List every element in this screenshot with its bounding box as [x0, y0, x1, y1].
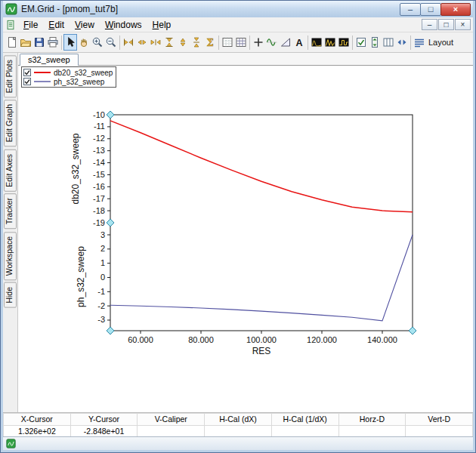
- x-full-icon: [122, 36, 134, 48]
- svg-text:-18: -18: [93, 206, 105, 215]
- sigma-icon: Σ: [204, 36, 216, 48]
- svg-text:140.000: 140.000: [367, 335, 397, 344]
- fft-window-peaks-button[interactable]: [323, 34, 337, 51]
- zoom-out-icon: [105, 36, 117, 48]
- layout-button[interactable]: [413, 34, 426, 51]
- y-axis-compress-button[interactable]: [190, 34, 203, 51]
- main-area: Edit PlotsEdit GraphEdit AxesTrackerWork…: [3, 53, 473, 412]
- legend-label: ph_s32_sweep: [54, 78, 104, 86]
- toolbar: ΣA Layout: [3, 32, 473, 53]
- window-title: EM.Grid - [pmom_tut7b]: [21, 4, 118, 14]
- new-page-icon: [6, 36, 18, 48]
- layout-label: Layout: [428, 38, 453, 47]
- maximize-button[interactable]: □: [420, 3, 441, 16]
- x-axis-full-scale-button[interactable]: [122, 34, 135, 51]
- add-marker-button[interactable]: [252, 34, 265, 51]
- slope-measure-button[interactable]: [279, 34, 292, 51]
- checkbox-icon: [355, 36, 367, 48]
- toolbar-separator: [308, 35, 308, 50]
- x-expand-icon: [136, 36, 148, 48]
- save-file-button[interactable]: [32, 34, 46, 51]
- menu-item-windows[interactable]: Windows: [100, 19, 147, 31]
- x-axis-expand-button[interactable]: [135, 34, 149, 51]
- svg-text:-12: -12: [93, 134, 105, 143]
- y-axis-full-scale-button[interactable]: [162, 34, 176, 51]
- legend: db20_s32_sweepph_s32_sweep: [21, 66, 116, 88]
- sidebar-tab-edit-plots[interactable]: Edit Plots: [4, 55, 17, 97]
- legend-entry: db20_s32_sweep: [23, 68, 113, 77]
- menu-item-edit[interactable]: Edit: [43, 19, 70, 31]
- menu-item-file[interactable]: File: [18, 19, 43, 31]
- sidebar-tab-tracker[interactable]: Tracker: [4, 193, 17, 229]
- cursor-col-header: V-Caliper: [138, 414, 205, 426]
- zoom-in-button[interactable]: [91, 34, 104, 51]
- toolbar-separator: [119, 35, 120, 50]
- toolbar-separator: [61, 35, 62, 50]
- grid-dotted-button[interactable]: [221, 34, 234, 51]
- column-layout-button[interactable]: [382, 34, 395, 51]
- legend-entry: ph_s32_sweep: [23, 77, 113, 86]
- svg-text:3: 3: [100, 230, 105, 239]
- svg-text:80.000: 80.000: [188, 335, 214, 344]
- toggle-tracker-button[interactable]: [354, 34, 368, 51]
- tab-s32-sweep[interactable]: s32_sweep: [20, 54, 79, 66]
- legend-label: db20_s32_sweep: [54, 69, 113, 77]
- grid-lines-icon: [235, 36, 247, 48]
- mdi-minimize-button[interactable]: –: [422, 19, 437, 30]
- menu-item-help[interactable]: Help: [147, 19, 177, 31]
- cursor-col-header: H-Cal (dX): [205, 414, 272, 426]
- fft-window-curve-button[interactable]: [310, 34, 323, 51]
- cursor-readout: X-CursorY-CursorV-CaliperH-Cal (dX)H-Cal…: [3, 412, 473, 436]
- svg-text:1: 1: [100, 258, 105, 267]
- menu-item-view[interactable]: View: [70, 19, 100, 31]
- pan-button[interactable]: [77, 34, 91, 51]
- sidebar-tab-edit-graph[interactable]: Edit Graph: [4, 100, 17, 146]
- y-axis-label-bottom: ph_s32_sweep: [76, 246, 86, 307]
- svg-text:0: 0: [100, 273, 105, 282]
- cursor-col-header: Horz-D: [338, 414, 406, 426]
- hand-icon: [78, 36, 90, 48]
- cursor-col-header: X-Cursor: [4, 414, 71, 426]
- new-document-button[interactable]: [5, 34, 19, 51]
- titlebar: EM.Grid - [pmom_tut7b] –□×: [3, 1, 473, 17]
- svg-text:120.000: 120.000: [307, 335, 337, 344]
- cursor-col-header: Vert-D: [406, 414, 473, 426]
- content: s32_sweep db20_s32_sweepph_s32_sweep -10…: [18, 53, 473, 412]
- waveform-button[interactable]: [265, 34, 279, 51]
- chart-canvas[interactable]: -10-11-12-13-14-15-16-17-18-193210-1-2-3…: [18, 66, 473, 412]
- grid-solid-button[interactable]: [234, 34, 248, 51]
- fft-window-steps-button[interactable]: [337, 34, 351, 51]
- horizontal-fit-button[interactable]: [395, 34, 409, 51]
- blue-arrows-icon: [396, 36, 408, 48]
- autoscale-button[interactable]: Σ: [203, 34, 217, 51]
- cursor-col-header: H-Cal (1/dX): [271, 414, 338, 426]
- sidebar-tab-edit-axes[interactable]: Edit Axes: [4, 149, 17, 192]
- y-axis-expand-button[interactable]: [176, 34, 190, 51]
- menubar: FileEditViewWindowsHelp –□×: [3, 17, 473, 32]
- cursor-col-header: Y-Cursor: [70, 414, 138, 426]
- open-file-button[interactable]: [19, 34, 32, 51]
- mdi-restore-button[interactable]: □: [438, 19, 454, 30]
- open-folder-icon: [20, 36, 32, 48]
- legend-checkbox[interactable]: [23, 78, 31, 85]
- vertical-stepper-button[interactable]: [368, 34, 382, 51]
- toolbar-separator: [218, 35, 219, 50]
- zoom-out-button[interactable]: [104, 34, 118, 51]
- sidebar-tab-hide[interactable]: Hide: [4, 282, 17, 308]
- app-window: EM.Grid - [pmom_tut7b] –□× FileEditViewW…: [0, 0, 476, 453]
- print-button[interactable]: [46, 34, 60, 51]
- grid-dots-icon: [221, 36, 233, 48]
- add-text-button[interactable]: A: [292, 34, 306, 51]
- minimize-button[interactable]: –: [400, 3, 421, 16]
- legend-checkbox[interactable]: [23, 69, 31, 76]
- mdi-close-button[interactable]: ×: [455, 19, 471, 30]
- columns-icon: [382, 36, 394, 48]
- svg-text:-11: -11: [94, 122, 105, 131]
- svg-text:-14: -14: [93, 158, 105, 167]
- sidebar-tab-workspace[interactable]: Workspace: [4, 232, 17, 280]
- close-button[interactable]: ×: [440, 3, 471, 16]
- x-axis-compress-button[interactable]: [149, 34, 162, 51]
- fft-peaks-icon: [324, 36, 336, 48]
- select-pointer-button[interactable]: [63, 34, 77, 51]
- svg-text:-1: -1: [97, 287, 105, 296]
